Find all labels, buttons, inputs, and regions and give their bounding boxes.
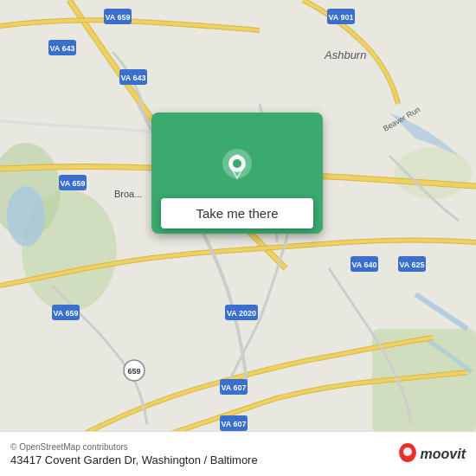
svg-point-5 bbox=[7, 186, 45, 247]
svg-text:VA 625: VA 625 bbox=[399, 261, 424, 269]
bottom-bar: © OpenStreetMap contributors 43417 Coven… bbox=[0, 431, 476, 476]
svg-text:VA 901: VA 901 bbox=[328, 13, 353, 22]
svg-text:Broa...: Broa... bbox=[114, 189, 142, 199]
copyright-text: © OpenStreetMap contributors bbox=[10, 442, 398, 452]
svg-text:VA 640: VA 640 bbox=[351, 261, 376, 269]
svg-text:VA 607: VA 607 bbox=[221, 383, 246, 392]
svg-text:VA 643: VA 643 bbox=[49, 44, 74, 53]
take-me-there-button[interactable]: Take me there bbox=[161, 198, 313, 228]
moovit-logo-text: moovit bbox=[421, 447, 466, 462]
svg-point-37 bbox=[233, 159, 241, 168]
address-text: 43417 Covent Garden Dr, Washington / Bal… bbox=[10, 453, 398, 466]
svg-text:VA 659: VA 659 bbox=[53, 309, 78, 318]
svg-text:VA 643: VA 643 bbox=[120, 74, 145, 82]
svg-text:VA 607: VA 607 bbox=[221, 420, 246, 428]
moovit-logo: moovit bbox=[398, 442, 466, 466]
svg-text:VA 659: VA 659 bbox=[60, 179, 85, 188]
svg-text:Ashburn: Ashburn bbox=[324, 48, 366, 61]
map-background: VA 659 VA 901 VA 643 VA 643 VA 659 VA 62… bbox=[0, 0, 476, 476]
map-container: VA 659 VA 901 VA 643 VA 643 VA 659 VA 62… bbox=[0, 0, 476, 476]
location-pin-icon bbox=[220, 148, 254, 191]
svg-point-39 bbox=[403, 447, 412, 456]
svg-text:VA 2020: VA 2020 bbox=[227, 309, 256, 318]
svg-text:VA 659: VA 659 bbox=[105, 13, 130, 22]
moovit-pin-icon bbox=[398, 442, 417, 466]
svg-text:659: 659 bbox=[127, 367, 140, 376]
